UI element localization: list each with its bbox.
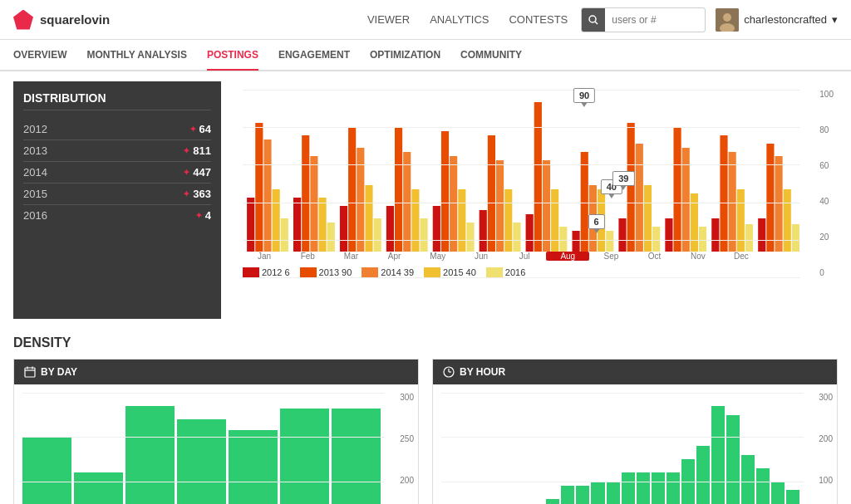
bar-5pm <box>696 446 710 504</box>
subnav-engagement[interactable]: ENGAGEMENT <box>278 41 350 71</box>
user-badge[interactable]: charlestoncrafted ▾ <box>716 8 838 32</box>
logo: squarelovin <box>13 10 110 30</box>
density-charts: BY DAY 300 250 200 150 <box>13 359 838 504</box>
nav-viewer[interactable]: VIEWER <box>367 13 410 26</box>
svg-rect-53 <box>691 193 698 252</box>
bar-fri <box>229 430 278 504</box>
svg-rect-14 <box>327 223 335 252</box>
bar-10am <box>591 482 604 504</box>
logo-icon <box>13 10 33 30</box>
svg-rect-10 <box>293 198 301 252</box>
svg-rect-40 <box>573 231 580 252</box>
legend-color-2015 <box>424 267 440 277</box>
search-icon <box>588 15 598 25</box>
logo-text: squarelovin <box>40 12 110 27</box>
svg-rect-23 <box>411 189 419 252</box>
svg-rect-57 <box>729 152 736 252</box>
svg-line-1 <box>595 22 598 24</box>
y-label: 250 <box>400 434 414 443</box>
search-input[interactable] <box>605 14 705 26</box>
x-label-apr: Apr <box>373 252 416 261</box>
legend-color-2016 <box>486 267 503 277</box>
bar-tue <box>74 472 123 504</box>
svg-rect-29 <box>466 223 474 252</box>
by-day-y-axis: 300 250 200 150 <box>400 393 414 504</box>
dist-val: ✦ 811 <box>183 144 211 157</box>
by-hour-chart: BY HOUR 300 200 100 0 <box>432 359 838 504</box>
svg-rect-41 <box>581 152 588 252</box>
svg-rect-22 <box>403 152 411 252</box>
x-label-oct: Oct <box>633 252 676 261</box>
nav-analytics[interactable]: ANALYTICS <box>430 13 489 26</box>
bar-9am <box>576 486 589 504</box>
svg-rect-65 <box>25 368 35 377</box>
search-button[interactable] <box>582 8 605 32</box>
svg-rect-34 <box>513 223 520 252</box>
y-label: 100 <box>819 90 834 99</box>
legend-2016: 2016 <box>486 267 525 277</box>
dist-val: ✦ 363 <box>183 188 211 200</box>
grid-line <box>243 277 800 278</box>
svg-rect-33 <box>504 189 512 252</box>
y-label: 100 <box>819 476 833 485</box>
svg-rect-26 <box>441 131 449 252</box>
nav-contests[interactable]: CONTESTS <box>509 13 568 26</box>
svg-rect-64 <box>792 224 799 252</box>
y-label: 80 <box>819 125 834 135</box>
svg-point-0 <box>589 16 596 22</box>
tooltip-arrow <box>581 102 588 107</box>
dist-year: 2012 <box>23 123 47 135</box>
svg-rect-19 <box>374 218 381 252</box>
x-label-nov: Nov <box>676 252 720 261</box>
y-axis-right: 100 80 60 40 20 0 <box>819 90 834 277</box>
svg-rect-61 <box>766 144 774 252</box>
legend-color-2013 <box>300 267 317 277</box>
legend-val-2013: 90 <box>342 267 352 277</box>
plus-icon: ✦ <box>183 168 189 177</box>
legend-2013: 2013 90 <box>300 267 352 277</box>
avatar <box>716 8 739 32</box>
svg-rect-48 <box>644 185 652 252</box>
subnav-optimization[interactable]: OPTIMIZATION <box>370 41 440 71</box>
y-label: 0 <box>819 268 834 277</box>
bar-9pm <box>756 468 770 504</box>
by-hour-body: 300 200 100 0 <box>433 384 837 504</box>
svg-rect-8 <box>273 189 280 252</box>
legend-2012: 2012 6 <box>243 267 290 277</box>
svg-rect-28 <box>458 189 465 252</box>
subnav-overview[interactable]: OVERVIEW <box>13 41 66 71</box>
x-axis-labels: Jan Feb Mar Apr May Jun Jul Aug Sep Oct … <box>243 252 800 261</box>
bar-wed <box>125 406 175 504</box>
bar-4pm <box>681 459 695 504</box>
by-day-body: 300 250 200 150 <box>14 384 418 504</box>
bar-8pm <box>741 455 755 504</box>
dist-val: ✦ 64 <box>189 123 211 135</box>
y-label: 40 <box>819 197 834 206</box>
x-label-sep: Sep <box>589 252 632 261</box>
subnav-postings[interactable]: POSTINGS <box>207 41 258 71</box>
svg-rect-32 <box>496 160 504 252</box>
svg-rect-60 <box>758 218 765 252</box>
x-label-jun: Jun <box>460 252 503 261</box>
by-day-chart: BY DAY 300 250 200 150 <box>13 359 419 504</box>
svg-rect-54 <box>699 227 706 252</box>
bar-3pm <box>667 472 680 504</box>
bar-sat <box>280 409 329 504</box>
subnav-community[interactable]: COMMUNITY <box>460 41 522 71</box>
plus-icon: ✦ <box>183 146 189 155</box>
subnav-monthly[interactable]: MONTHLY ANALYSIS <box>86 41 186 71</box>
subnav: OVERVIEW MONTHLY ANALYSIS POSTINGS ENGAG… <box>0 40 851 71</box>
svg-rect-12 <box>310 156 317 252</box>
header: squarelovin VIEWER ANALYTICS CONTESTS ch… <box>0 0 851 40</box>
dist-row-2013: 2013 ✦ 811 <box>23 140 211 162</box>
y-label: 60 <box>819 161 834 170</box>
svg-rect-17 <box>357 148 364 252</box>
dist-val: ✦ 4 <box>195 209 211 222</box>
bar-7pm <box>726 415 740 504</box>
by-day-header: BY DAY <box>14 360 418 384</box>
svg-rect-9 <box>281 218 288 252</box>
svg-rect-6 <box>255 123 263 252</box>
x-label-feb: Feb <box>286 252 329 261</box>
legend-color-2014 <box>362 267 378 277</box>
bar-11pm <box>786 490 799 504</box>
